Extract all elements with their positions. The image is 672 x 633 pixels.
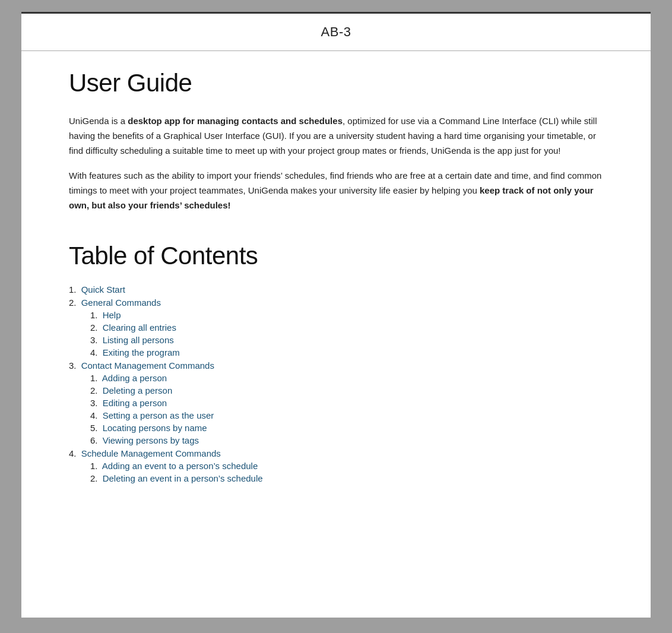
toc-sub-item-3-6: 6. Viewing persons by tags [90,435,603,445]
toc-sub-item-3-4: 4. Setting a person as the user [90,410,603,420]
toc-link-listing-all-persons[interactable]: Listing all persons [103,335,174,345]
toc-item-4: 4. Schedule Management Commands 1. Addin… [69,448,603,483]
toc-link-general-commands[interactable]: General Commands [81,297,161,308]
toc-section: Table of Contents 1. Quick Start 2. Gene… [69,242,603,483]
toc-sub-item-4-1: 1. Adding an event to a person’s schedul… [90,461,603,471]
toc-sub-item-3-2: 2. Deleting a person [90,385,603,395]
toc-sub-item-3-1: 1. Adding a person [90,373,603,383]
toc-item-2: 2. General Commands 1. Help 2. Clearing … [69,297,603,357]
toc-sub-item-2-1-number: 1. [90,310,98,320]
toc-sub-item-2-3-number: 3. [90,335,98,345]
toc-item-3-number: 3. [69,360,77,371]
toc-sub-item-2-4-number: 4. [90,347,98,357]
toc-sub-item-4-2: 2. Deleting an event in a person’s sched… [90,473,603,483]
toc-sub-item-3-4-number: 4. [90,410,98,420]
main-title: User Guide [69,69,603,97]
toc-link-viewing-persons-by-tags[interactable]: Viewing persons by tags [103,435,199,445]
toc-link-editing-a-person[interactable]: Editing a person [103,398,167,408]
toc-sub-item-2-2-number: 2. [90,322,98,333]
intro-p1-bold: desktop app for managing contacts and sc… [128,116,343,126]
intro-paragraphs: UniGenda is a desktop app for managing c… [69,114,603,213]
toc-sub-item-2-4: 4. Exiting the program [90,347,603,357]
toc-sub-item-3-2-number: 2. [90,385,98,395]
toc-link-deleting-a-person[interactable]: Deleting a person [103,385,173,395]
toc-item-1: 1. Quick Start [69,284,603,295]
toc-sublist-schedule: 1. Adding an event to a person’s schedul… [90,461,603,483]
toc-link-setting-person-as-user[interactable]: Setting a person as the user [103,410,214,420]
toc-item-1-number: 1. [69,284,77,295]
toc-link-schedule-management[interactable]: Schedule Management Commands [81,448,221,458]
toc-link-locating-persons-by-name[interactable]: Locating persons by name [103,423,207,433]
toc-link-exiting-the-program[interactable]: Exiting the program [103,347,180,357]
toc-sublist-contact: 1. Adding a person 2. Deleting a person … [90,373,603,445]
toc-sub-item-3-3-number: 3. [90,398,98,408]
page-container: AB-3 User Guide UniGenda is a desktop ap… [21,12,651,618]
intro-p1-before-bold: UniGenda is a [69,116,128,126]
toc-sub-item-4-1-number: 1. [90,461,98,471]
toc-sublist-general: 1. Help 2. Clearing all entries 3. Listi… [90,310,603,357]
intro-paragraph-2: With features such as the ability to imp… [69,169,603,213]
toc-link-clearing-all-entries[interactable]: Clearing all entries [103,322,176,333]
content-area: User Guide UniGenda is a desktop app for… [21,51,651,510]
intro-paragraph-1: UniGenda is a desktop app for managing c… [69,114,603,158]
toc-sub-item-3-3: 3. Editing a person [90,398,603,408]
toc-link-quick-start[interactable]: Quick Start [81,284,125,295]
toc-item-4-number: 4. [69,448,77,458]
toc-sub-item-2-1: 1. Help [90,310,603,320]
toc-title: Table of Contents [69,242,603,270]
toc-item-3: 3. Contact Management Commands 1. Adding… [69,360,603,445]
toc-link-contact-management[interactable]: Contact Management Commands [81,360,214,371]
toc-link-adding-an-event[interactable]: Adding an event to a person’s schedule [102,461,258,471]
toc-sub-item-4-2-number: 2. [90,473,98,483]
toc-link-deleting-an-event[interactable]: Deleting an event in a person’s schedule [103,473,263,483]
toc-item-2-number: 2. [69,297,77,308]
toc-sub-item-2-3: 3. Listing all persons [90,335,603,345]
toc-sub-item-3-5-number: 5. [90,423,98,433]
toc-list: 1. Quick Start 2. General Commands 1. He… [69,284,603,483]
page-title-header: AB-3 [21,14,651,50]
toc-sub-item-2-2: 2. Clearing all entries [90,322,603,333]
toc-sub-item-3-6-number: 6. [90,435,98,445]
toc-link-adding-a-person[interactable]: Adding a person [102,373,167,383]
toc-sub-item-3-1-number: 1. [90,373,98,383]
toc-sub-item-3-5: 5. Locating persons by name [90,423,603,433]
toc-link-help[interactable]: Help [103,310,121,320]
